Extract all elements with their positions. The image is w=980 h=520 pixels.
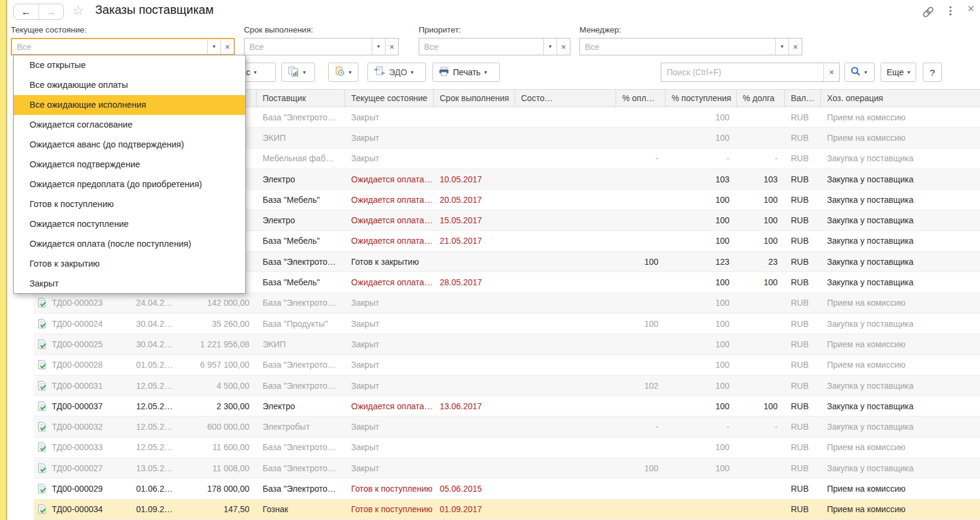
cell-due[interactable]: 10.05.2017 bbox=[434, 169, 515, 189]
cell-due[interactable] bbox=[434, 334, 515, 354]
chevron-down-icon[interactable]: ▼ bbox=[775, 39, 788, 55]
cell-pct-paid[interactable] bbox=[616, 396, 666, 416]
dropdown-item[interactable]: Ожидается оплата (после поступления) bbox=[14, 234, 245, 254]
clear-icon[interactable]: × bbox=[788, 39, 802, 55]
cell-currency[interactable]: RUB bbox=[785, 458, 821, 478]
cell-supplier[interactable]: База "Электрото… bbox=[257, 478, 345, 498]
cell-date[interactable]: 12.05.2… bbox=[130, 438, 199, 457]
cell-pct-received[interactable]: 100 bbox=[666, 128, 737, 147]
cell-pct-received[interactable]: - bbox=[666, 416, 737, 436]
table-row[interactable]: ТД00-00003212.05.2…600 000,00ЭлектробытЗ… bbox=[34, 416, 980, 437]
cell-status[interactable] bbox=[515, 128, 616, 147]
cell-due[interactable]: 28.05.2017 bbox=[434, 272, 515, 292]
cell-status[interactable] bbox=[515, 416, 616, 436]
cell-pct-paid[interactable] bbox=[616, 438, 666, 457]
cell-supplier[interactable]: Гознак bbox=[257, 500, 345, 519]
cell-supplier[interactable]: База "Электрото… bbox=[257, 458, 345, 478]
column-header-pct-debt[interactable]: % долга bbox=[737, 90, 785, 107]
cell-pct-received[interactable]: 100 bbox=[666, 438, 737, 457]
cell-status[interactable] bbox=[515, 169, 616, 189]
cell-date[interactable]: 01.06.2… bbox=[130, 478, 199, 498]
cell-currency[interactable]: RUB bbox=[785, 416, 821, 436]
cell-state[interactable]: Готов к поступлению bbox=[345, 500, 434, 519]
cell-currency[interactable]: RUB bbox=[785, 355, 821, 375]
cell-currency[interactable]: RUB bbox=[785, 293, 821, 313]
cell-pct-debt[interactable]: 103 bbox=[737, 169, 785, 189]
cell-operation[interactable]: Закупка у поставщика bbox=[821, 231, 980, 251]
forward-button[interactable]: → bbox=[39, 4, 64, 19]
cell-pct-debt[interactable] bbox=[737, 293, 785, 313]
cell-pct-paid[interactable] bbox=[616, 293, 666, 313]
cell-status[interactable] bbox=[515, 252, 616, 271]
cell-number[interactable]: ТД00-000023 bbox=[49, 293, 130, 313]
cell-currency[interactable]: RUB bbox=[785, 128, 821, 147]
cell-supplier[interactable]: База "Мебель" bbox=[257, 231, 345, 251]
table-row[interactable]: ТД00-00002801.05.2…6 957 100,00База "Эле… bbox=[34, 355, 980, 376]
dropdown-item[interactable]: Ожидается подтверждение bbox=[14, 155, 245, 175]
cell-doc-icon[interactable] bbox=[34, 416, 49, 436]
help-button[interactable]: ? bbox=[923, 63, 942, 82]
cell-currency[interactable]: RUB bbox=[785, 107, 821, 127]
cell-supplier[interactable]: База "Электрото… bbox=[257, 438, 345, 457]
cell-date current[interactable]: 01.09.2… bbox=[130, 500, 199, 519]
cell-sum[interactable]: 147,50 bbox=[199, 500, 257, 519]
cell-state[interactable]: Закрыт bbox=[345, 458, 434, 478]
cell-state[interactable]: Готов к закрытию bbox=[345, 252, 434, 271]
cell-due[interactable] bbox=[434, 458, 515, 478]
more-menu-icon[interactable] bbox=[948, 5, 953, 20]
cell-currency[interactable]: RUB bbox=[785, 314, 821, 333]
cell-sum[interactable]: 600 000,00 bbox=[199, 416, 257, 436]
dropdown-item[interactable]: Все ожидающие оплаты bbox=[14, 75, 245, 95]
cell-number[interactable]: ТД00-000033 bbox=[49, 438, 130, 457]
cell-supplier[interactable]: База "Электрото… bbox=[257, 252, 345, 271]
cell-status[interactable] bbox=[515, 314, 616, 333]
cell-doc-icon[interactable] bbox=[34, 314, 49, 333]
table-row[interactable]: ТД00-00003712.05.2…2 300,00ЭлектроОжидае… bbox=[34, 396, 980, 416]
cell-number[interactable]: ТД00-000028 bbox=[49, 355, 130, 375]
cell-currency[interactable]: RUB bbox=[785, 149, 821, 169]
cell-state[interactable]: Ожидается оплата… bbox=[345, 231, 434, 251]
cell-status[interactable] bbox=[515, 355, 616, 375]
cell-state[interactable]: Закрыт bbox=[345, 107, 434, 127]
cell-number[interactable]: ТД00-000037 bbox=[49, 396, 130, 416]
cell-pct-debt[interactable] bbox=[737, 376, 785, 395]
cell-pct-paid[interactable] bbox=[616, 210, 666, 230]
cell-status[interactable] bbox=[515, 107, 616, 127]
cell-supplier[interactable]: Электро bbox=[257, 210, 345, 230]
cell-pct-paid[interactable] bbox=[616, 190, 666, 209]
back-button[interactable]: ← bbox=[14, 4, 39, 19]
cell-due[interactable] bbox=[434, 107, 515, 127]
cell-date[interactable]: 30.04.2… bbox=[130, 314, 199, 333]
dropdown-item[interactable]: Закрыт bbox=[14, 274, 245, 294]
cell-state[interactable]: Закрыт bbox=[345, 355, 434, 375]
cell-pct-debt[interactable]: 100 bbox=[737, 210, 785, 230]
column-header-currency[interactable]: Вал… bbox=[785, 90, 821, 107]
cell-doc-icon[interactable] bbox=[34, 293, 49, 313]
cell-operation[interactable]: Прием на комиссию bbox=[821, 128, 980, 147]
cell-number[interactable]: ТД00-000027 bbox=[49, 458, 130, 478]
cell-supplier[interactable]: Электро bbox=[257, 169, 345, 189]
cell-doc-icon[interactable] bbox=[34, 334, 49, 354]
cell-state[interactable]: Закрыт bbox=[345, 293, 434, 313]
cell-sum[interactable]: 178 000,00 bbox=[199, 478, 257, 498]
cell-pct-debt[interactable]: - bbox=[737, 416, 785, 436]
cell-status[interactable] bbox=[515, 190, 616, 209]
cell-status[interactable] bbox=[515, 478, 616, 498]
cell-currency[interactable]: RUB bbox=[785, 376, 821, 395]
favorite-star-icon[interactable]: ☆ bbox=[72, 3, 84, 19]
filter-priority-input[interactable] bbox=[419, 39, 543, 55]
cell-due[interactable]: 21.05.2017 bbox=[434, 231, 515, 251]
cell-pct-received[interactable]: 100 bbox=[666, 231, 737, 251]
cell-supplier[interactable]: База "Электрото… bbox=[257, 355, 345, 375]
column-header-operation[interactable]: Хоз. операция bbox=[821, 90, 980, 107]
cell-supplier[interactable]: Электробыт bbox=[257, 416, 345, 436]
dropdown-item[interactable]: Ожидается предоплата (до приобретения) bbox=[14, 175, 245, 194]
cell-supplier[interactable]: База "Мебель" bbox=[257, 272, 345, 292]
cell-state[interactable]: Ожидается оплата… bbox=[345, 396, 434, 416]
cell-state[interactable]: Закрыт bbox=[345, 376, 434, 395]
cell-date[interactable]: 01.05.2… bbox=[130, 355, 199, 375]
cell-number[interactable]: ТД00-000025 bbox=[49, 334, 130, 354]
cell-status[interactable] bbox=[515, 149, 616, 169]
search-button[interactable]: ▾ bbox=[844, 63, 875, 82]
cell-sum[interactable]: 4 500,00 bbox=[199, 376, 257, 395]
